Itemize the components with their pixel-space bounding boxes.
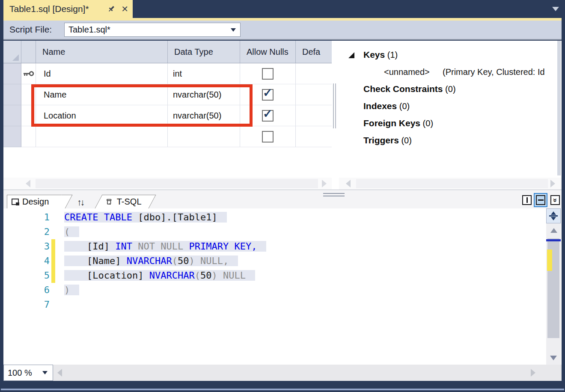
- context-item-foreign-keys[interactable]: Foreign Keys (0): [338, 117, 561, 131]
- grid-header-default[interactable]: Defa: [296, 41, 332, 63]
- line-number: 5: [29, 268, 50, 283]
- code-token: NOT NULL: [138, 241, 183, 252]
- context-panel-vscrollbar[interactable]: [557, 41, 561, 175]
- tab-design[interactable]: Design: [7, 195, 63, 208]
- allow-nulls-checkbox[interactable]: ✓: [262, 89, 274, 101]
- table-column-row: Idint: [3, 63, 332, 84]
- statement-highlight: CREATE TABLE [dbo].[Table1]: [64, 212, 227, 223]
- code-token: ): [211, 270, 217, 281]
- context-item-label: Foreign Keys (0): [363, 118, 433, 128]
- context-hscrollbar[interactable]: [339, 178, 562, 190]
- code-token: INT: [115, 241, 132, 252]
- editor-splitter-button[interactable]: [546, 208, 561, 223]
- row-header[interactable]: [3, 105, 21, 126]
- scroll-right-icon[interactable]: [531, 369, 535, 377]
- grid-select-all-cell[interactable]: [3, 41, 21, 63]
- code-token: (: [172, 255, 178, 266]
- context-child-item[interactable]: <unnamed>(Primary Key, Clustered: Id: [338, 65, 561, 80]
- allow-nulls-checkbox[interactable]: [262, 131, 274, 143]
- default-value-cell[interactable]: [296, 84, 332, 105]
- tsql-editor[interactable]: 1CREATE TABLE [dbo].[Table1]2(3 [Id] INT…: [3, 208, 562, 365]
- default-value-cell[interactable]: [296, 63, 332, 84]
- line-number: 2: [29, 225, 50, 239]
- code-text: ): [64, 283, 79, 297]
- document-tab[interactable]: Table1.sql [Design]* ✕: [3, 0, 133, 18]
- context-item-label: Keys (1): [363, 50, 398, 60]
- grid-header-name[interactable]: Name: [36, 41, 168, 63]
- horizontal-splitter-handle[interactable]: [323, 193, 345, 198]
- scroll-left-icon[interactable]: [346, 180, 351, 187]
- code-line-7: 7: [3, 297, 543, 312]
- statement-highlight: [Location] NVARCHAR(50) NULL: [64, 270, 255, 281]
- scroll-right-icon[interactable]: [550, 180, 555, 187]
- context-item-label: Triggers (0): [363, 135, 412, 146]
- statement-highlight: (: [64, 226, 79, 237]
- swap-panes-icon[interactable]: ↑↓: [77, 197, 83, 208]
- zoom-chevron-icon[interactable]: [42, 371, 48, 377]
- context-hscrollbar-thumb[interactable]: [356, 179, 548, 188]
- line-number: 6: [29, 283, 50, 297]
- checkmark-icon: ✓: [263, 107, 273, 121]
- code-line-5: 5 [Location] NVARCHAR(50) NULL: [3, 268, 543, 283]
- context-item-keys[interactable]: Keys (1): [338, 48, 561, 63]
- code-token: NULL: [223, 270, 246, 281]
- tab-design-label: Design: [22, 197, 49, 207]
- combo-chevron-icon[interactable]: [231, 28, 236, 34]
- column-datatype-cell[interactable]: [168, 126, 240, 147]
- row-header[interactable]: [3, 84, 21, 105]
- scroll-left-icon[interactable]: [57, 369, 62, 377]
- code-text: CREATE TABLE [dbo].[Table1]: [64, 210, 227, 225]
- split-vertical-button[interactable]: [522, 195, 532, 205]
- split-horizontal-button[interactable]: [536, 195, 545, 205]
- column-name-cell[interactable]: [36, 126, 168, 147]
- row-header[interactable]: [3, 126, 21, 147]
- code-token: NULL,: [200, 255, 229, 266]
- grid-header-allownulls[interactable]: Allow Nulls: [240, 41, 296, 63]
- zoom-dropdown[interactable]: 100 %: [3, 365, 53, 381]
- script-file-bar: Script File: Table1.sql*: [3, 21, 562, 40]
- context-item-count: (0): [399, 136, 412, 145]
- context-item-indexes[interactable]: Indexes (0): [338, 100, 561, 114]
- context-item-label: Indexes (0): [363, 101, 410, 111]
- tab-list-chevron-icon[interactable]: [552, 7, 559, 11]
- script-file-combobox[interactable]: Table1.sql*: [64, 23, 241, 37]
- context-item-triggers[interactable]: Triggers (0): [338, 134, 561, 148]
- code-token: [Location]: [64, 270, 149, 281]
- row-icon-cell: [21, 63, 36, 84]
- line-number: 3: [29, 239, 50, 254]
- allow-nulls-checkbox[interactable]: ✓: [262, 110, 274, 122]
- code-token: NVARCHAR: [149, 270, 195, 281]
- key-name: <unnamed>: [384, 67, 430, 77]
- scroll-up-icon[interactable]: [550, 228, 557, 233]
- collapse-pane-button[interactable]: »: [550, 195, 560, 205]
- context-item-count: (1): [385, 50, 398, 59]
- grid-header-row: Name Data Type Allow Nulls Defa: [3, 41, 332, 63]
- row-header[interactable]: [3, 63, 21, 84]
- scroll-down-icon[interactable]: [550, 356, 557, 360]
- column-name-cell[interactable]: Id: [36, 63, 168, 84]
- tab-tsql-label: T-SQL: [117, 197, 142, 207]
- close-icon[interactable]: ✕: [121, 4, 128, 14]
- context-item-check-constraints[interactable]: Check Constraints (0): [338, 83, 561, 97]
- scroll-left-icon[interactable]: [26, 180, 30, 187]
- column-datatype-cell[interactable]: int: [168, 63, 240, 84]
- code-token: ): [64, 285, 70, 295]
- grid-header-datatype[interactable]: Data Type: [168, 41, 240, 63]
- grid-header-icon-col: [21, 41, 36, 63]
- allow-nulls-checkbox[interactable]: [262, 68, 274, 80]
- default-value-cell[interactable]: [296, 126, 332, 147]
- pane-splitter-handle[interactable]: [335, 83, 336, 128]
- grid-hscrollbar[interactable]: [3, 178, 332, 190]
- expand-triangle-icon[interactable]: [348, 52, 354, 58]
- code-token: [dbo].[Table1]: [132, 212, 217, 223]
- pane-splitter-handle[interactable]: [333, 83, 334, 128]
- default-value-cell[interactable]: [296, 105, 332, 126]
- code-token: ): [189, 255, 194, 266]
- tab-tsql[interactable]: T-SQL: [95, 195, 156, 208]
- pane-tabstrip: Design ↑↓ T-SQL »: [3, 190, 562, 208]
- pin-icon[interactable]: [107, 4, 116, 14]
- editor-vscrollbar[interactable]: [546, 208, 561, 365]
- grid-hscrollbar-thumb[interactable]: [36, 179, 318, 188]
- scroll-right-icon[interactable]: [322, 180, 327, 187]
- code-token: (: [64, 226, 70, 237]
